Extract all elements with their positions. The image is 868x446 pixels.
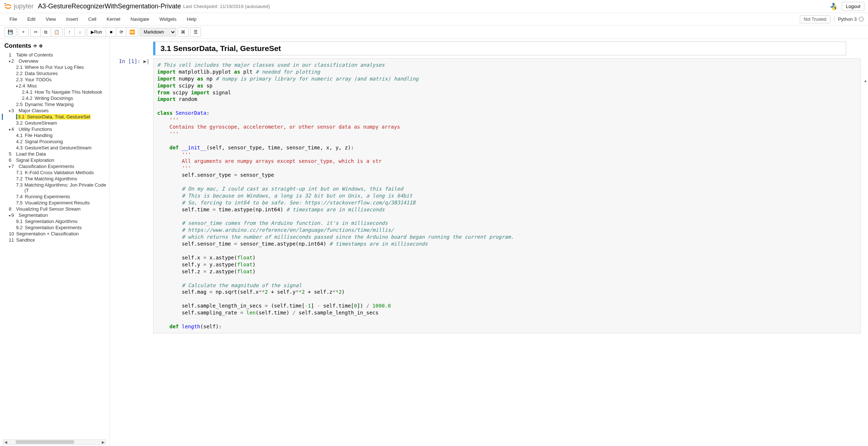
code-cell[interactable]: In [1]: ▶| # This cell includes the majo… (117, 58, 861, 333)
toc-item[interactable]: 7.4Running Experiments (3, 193, 106, 200)
move-up-button[interactable]: ↑ (65, 28, 75, 36)
toc-item[interactable]: 7.3Matching Algorithms: Jon Private Code… (3, 182, 106, 193)
toc-item[interactable]: ▾7Classification Experiments (3, 163, 106, 169)
toc-item[interactable]: 2.4.2Writing Docstrings (3, 95, 106, 101)
plus-icon: ＋ (21, 29, 26, 35)
copy-icon: ⧉ (44, 30, 47, 35)
toolbar: 💾 ＋ ✂ ⧉ 📋 ↑ ↓ ▶ Run ■ ⟳ ⏩ Markdown ⌘ ☰ (0, 26, 868, 39)
toc-button[interactable]: ☰ (190, 28, 201, 36)
toc-item[interactable]: 4.1File Handling (3, 132, 106, 138)
run-button[interactable]: ▶ Run (87, 28, 106, 36)
copy-button[interactable]: ⧉ (41, 28, 51, 36)
toc-item[interactable]: 9.1Segmentation Algorithms (3, 218, 106, 224)
scroll-left-icon[interactable]: ◀ (3, 440, 8, 444)
caret-down-icon: ▾ (9, 109, 11, 113)
cell-type-select[interactable]: Markdown (140, 28, 176, 36)
scroll-up-icon[interactable]: ▲ (864, 79, 867, 83)
menu-widgets[interactable]: Widgets (154, 15, 182, 23)
toc-item[interactable]: 4.3GestureSet and GestureStream (3, 145, 106, 151)
svg-point-0 (4, 3, 6, 4)
logo-text: jupyter (14, 3, 34, 10)
toc-item[interactable]: ▾2.4Misc (3, 83, 106, 89)
input-prompt: In [1]: ▶| (117, 58, 153, 333)
menu-navigate[interactable]: Navigate (125, 15, 154, 23)
toc-item[interactable]: 2.4.1How To Navigate This Notebook (3, 89, 106, 95)
toc-item[interactable]: 8Visualizing Full Sensor Stream (3, 206, 106, 212)
list-icon: ☰ (194, 30, 198, 35)
toc-item[interactable]: 5Load the Data (3, 151, 106, 157)
toc-item[interactable]: 2.5Dynamic Time Warping (3, 101, 106, 107)
menu-edit[interactable]: Edit (22, 15, 40, 23)
arrow-down-icon: ↓ (79, 30, 81, 35)
caret-down-icon: ▾ (9, 165, 11, 169)
fast-forward-icon: ⏩ (129, 30, 135, 35)
add-cell-button[interactable]: ＋ (18, 28, 28, 36)
run-icon: ▶ (91, 30, 94, 35)
caret-down-icon: ▾ (9, 128, 11, 132)
checkpoint-text: Last Checkpoint: 11/19/2019 (autosaved) (183, 4, 270, 9)
toc-item[interactable]: 6Signal Exploration (3, 157, 106, 163)
paste-icon: 📋 (54, 30, 59, 35)
toc-item[interactable]: 2.3Your TODOs (3, 77, 106, 83)
code-editor[interactable]: # This cell includes the major classes u… (153, 58, 861, 333)
trust-indicator[interactable]: Not Trusted (800, 15, 830, 23)
toc-item[interactable]: 7.1K-Fold Cross Validation Methods (3, 169, 106, 176)
caret-down-icon: ▾ (16, 84, 18, 88)
toc-item[interactable]: 7.2The Matching Algorithms (3, 176, 106, 182)
toc-item[interactable]: 4.2Signal Processing (3, 138, 106, 145)
python-icon (829, 2, 838, 11)
stop-icon: ■ (110, 30, 112, 35)
toc-item[interactable]: 3.1 SensorData, Trial, GestureSet (2, 114, 106, 120)
menubar: File Edit View Insert Cell Kernel Naviga… (0, 13, 868, 26)
menu-kernel[interactable]: Kernel (101, 15, 125, 23)
keyboard-icon: ⌘ (181, 30, 185, 35)
menu-cell[interactable]: Cell (83, 15, 101, 23)
save-button[interactable]: 💾 (5, 28, 16, 36)
caret-down-icon: ▾ (9, 214, 11, 218)
command-palette-button[interactable]: ⌘ (178, 28, 188, 36)
kernel-status-icon (859, 17, 864, 21)
toc-item[interactable]: 11Sandbox (3, 237, 106, 243)
logout-button[interactable]: Logout (842, 2, 864, 11)
toc-item[interactable]: 10Segmentation + Classification (3, 231, 106, 237)
toc-item[interactable]: 2.1Where to Put Your Log Files (3, 64, 106, 70)
sidebar-h-scrollbar[interactable]: ◀ ▶ (3, 439, 106, 445)
run-cell-icon[interactable]: ▶| (143, 58, 150, 333)
arrow-up-icon: ↑ (69, 30, 71, 35)
cut-button[interactable]: ✂ (31, 28, 41, 36)
save-icon: 💾 (8, 30, 13, 35)
restart-run-button[interactable]: ⏩ (127, 28, 138, 36)
menu-insert[interactable]: Insert (61, 15, 83, 23)
toc-list: 1Table of Contents▾2Overview2.1Where to … (3, 52, 106, 243)
toc-item[interactable]: 3.2GestureStream (3, 120, 106, 126)
toc-item[interactable]: ▾2Overview (3, 58, 106, 64)
refresh-icon[interactable]: ⟳ (34, 44, 37, 48)
header-bar: jupyter A3-GestureRecognizerWithSegmenta… (0, 0, 868, 13)
stop-button[interactable]: ■ (106, 28, 116, 36)
menu-view[interactable]: View (40, 15, 61, 23)
toc-item[interactable]: 2.2Data Structures (3, 70, 106, 77)
gear-icon[interactable]: ⚙ (39, 44, 43, 48)
toc-item[interactable]: ▾3Major Classes (3, 107, 106, 114)
toc-item[interactable]: 7.5Visualizing Experiment Results (3, 200, 106, 206)
notebook-area[interactable]: ▲ 3.1 SensorData, Trial, GestureSet In [… (109, 39, 868, 446)
menu-file[interactable]: File (4, 15, 22, 23)
restart-icon: ⟳ (120, 30, 123, 35)
toc-item[interactable]: ▾4Utility Functions (3, 126, 106, 132)
move-down-button[interactable]: ↓ (75, 28, 85, 36)
toc-item[interactable]: 9.2Segmentation Experiments (3, 224, 106, 231)
kernel-indicator[interactable]: Python 3 (834, 16, 864, 22)
menu-help[interactable]: Help (182, 15, 202, 23)
scroll-right-icon[interactable]: ▶ (101, 440, 106, 444)
notebook-title[interactable]: A3-GestureRecognizerWithSegmentation-Pri… (38, 3, 181, 10)
toc-item[interactable]: 1Table of Contents (3, 52, 106, 58)
scroll-thumb[interactable] (16, 440, 74, 444)
restart-button[interactable]: ⟳ (116, 28, 127, 36)
logo[interactable]: jupyter (4, 2, 38, 11)
toc-item[interactable]: ▾9Segmentation (3, 212, 106, 218)
markdown-cell[interactable]: 3.1 SensorData, Trial, GestureSet (153, 42, 846, 55)
section-heading: 3.1 SensorData, Trial, GestureSet (160, 44, 841, 53)
jupyter-icon (4, 2, 12, 11)
toc-sidebar: Contents ⟳ ⚙ 1Table of Contents▾2Overvie… (0, 39, 109, 446)
paste-button[interactable]: 📋 (51, 28, 62, 36)
